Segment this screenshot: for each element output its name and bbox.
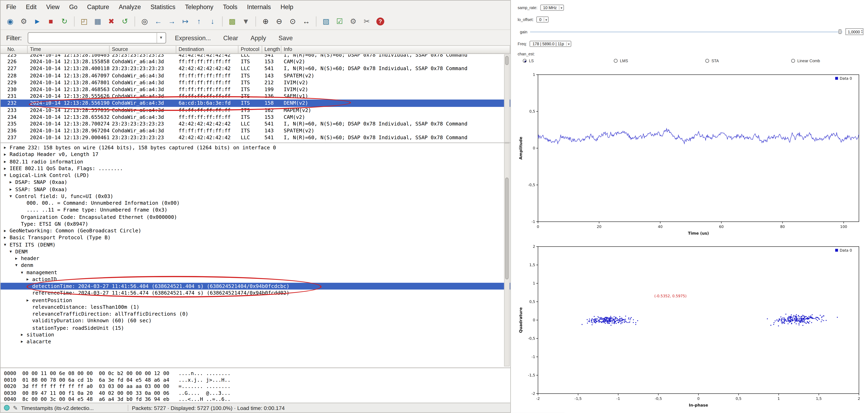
edit-comment-icon[interactable]: ✎: [13, 405, 18, 411]
collapse-icon[interactable]: ▼: [4, 241, 10, 248]
clear-button[interactable]: Clear: [220, 33, 242, 42]
radio-linear-comb[interactable]: Linear Comb: [791, 59, 820, 63]
detail-row[interactable]: stationType: roadSideUnit (15): [1, 324, 510, 331]
column-header-protocol[interactable]: Protocol: [239, 46, 262, 53]
filter-dropdown-icon[interactable]: ▾: [156, 32, 165, 42]
spinner-arrows-icon[interactable]: ▴▾: [861, 30, 862, 34]
interfaces-button[interactable]: ◉: [4, 15, 17, 28]
collapse-icon[interactable]: ▼: [16, 262, 21, 269]
radio-lms[interactable]: LMS: [614, 59, 628, 63]
expand-icon[interactable]: ▶: [16, 255, 21, 262]
lo-offset-select[interactable]: 0 ▾: [536, 17, 549, 23]
reload-capture-button[interactable]: ↺: [119, 15, 131, 28]
menu-view[interactable]: View: [46, 3, 60, 10]
menu-capture[interactable]: Capture: [87, 3, 109, 10]
close-capture-button[interactable]: ✖: [105, 15, 118, 28]
radio-sta[interactable]: STA: [705, 59, 719, 63]
gain-slider[interactable]: [530, 29, 843, 34]
hex-row-0020[interactable]: 0020 3d ff ff ff ff ff ff a0 03 03 00 aa…: [4, 384, 510, 390]
detail-row[interactable]: ▶eventPosition: [1, 297, 510, 303]
detail-row[interactable]: ▼Logical-Link Control (LPD): [1, 172, 510, 179]
help-button[interactable]: ?: [374, 15, 386, 28]
expand-icon[interactable]: ▶: [10, 179, 16, 186]
expand-icon[interactable]: ▶: [4, 234, 10, 241]
detail-row[interactable]: Organization Code: Encapsulated Ethernet…: [1, 213, 510, 220]
packet-row-234[interactable]: 2342024-10-14 12:13:28.655632CohdaWir_a6…: [1, 114, 510, 120]
column-header-destination[interactable]: Destination: [176, 46, 239, 53]
detail-row[interactable]: ▶Basic Transport Protocol (Type B): [1, 234, 510, 241]
expand-icon[interactable]: ▶: [4, 227, 10, 234]
hex-row-0000[interactable]: 0000 00 00 11 00 6e 08 00 00 00 0c b2 00…: [4, 371, 510, 377]
collapse-icon[interactable]: ▼: [21, 269, 27, 276]
menu-file[interactable]: File: [6, 3, 17, 10]
coloring-rules-button[interactable]: ▨: [320, 15, 332, 28]
detail-row[interactable]: ▶SSAP: SNAP (0xaa): [1, 186, 510, 193]
find-packet-button[interactable]: ◎: [138, 15, 151, 28]
expand-icon[interactable]: ▶: [27, 297, 32, 303]
capture-options-button[interactable]: ⚙: [18, 15, 30, 28]
hex-row-0030[interactable]: 0030 00 89 47 11 00 f1 0a 20 40 02 00 00…: [4, 390, 510, 396]
details-scrollbar[interactable]: [504, 143, 510, 366]
collapse-icon[interactable]: ▼: [10, 193, 16, 200]
detail-row[interactable]: ▶situation: [1, 331, 510, 338]
packet-row-230[interactable]: 2302024-10-14 12:13:28.468563CohdaWir_a6…: [1, 86, 510, 93]
expand-icon[interactable]: ▶: [4, 151, 10, 158]
freq-select[interactable]: 178 | 5890.0 | 11p ▾: [530, 41, 571, 47]
expert-info-icon[interactable]: [4, 405, 10, 411]
go-last-button[interactable]: ↓: [206, 15, 219, 28]
collapse-icon[interactable]: ▼: [10, 248, 16, 255]
column-header-info[interactable]: Info: [281, 46, 510, 53]
detail-row[interactable]: ▶DSAP: SNAP (0xaa): [1, 179, 510, 186]
zoom-out-button[interactable]: ⊖: [273, 15, 285, 28]
detail-row[interactable]: ▶Frame 232: 158 bytes on wire (1264 bits…: [1, 144, 510, 151]
gain-value-box[interactable]: 1,0000 ▴▾: [845, 28, 864, 35]
detail-row[interactable]: ▶802.11 radio information: [1, 158, 510, 165]
packet-row-231[interactable]: 2312024-10-14 12:13:28.555626CohdaWir_a6…: [1, 93, 510, 99]
menu-internals[interactable]: Internals: [247, 3, 271, 10]
column-header-length[interactable]: Length: [262, 46, 281, 53]
packet-row-235[interactable]: 2352024-10-14 12:13:28.70027423:23:23:23…: [1, 120, 510, 127]
detail-row[interactable]: referenceTime: 2024-03-27 11:41:56.474 (…: [1, 290, 510, 297]
detail-row[interactable]: ▶Radiotap Header v0, Length 17: [1, 151, 510, 158]
expand-icon[interactable]: ▶: [21, 331, 27, 338]
menu-telephony[interactable]: Telephony: [185, 3, 213, 10]
detail-row[interactable]: .... ..11 = Frame type: Unnumbered frame…: [1, 206, 510, 213]
detail-row[interactable]: ▶IEEE 802.11 QoS Data, Flags: ........: [1, 165, 510, 172]
scrollbar-thumb[interactable]: [505, 178, 508, 279]
samp-rate-select[interactable]: 10 MHz ▾: [540, 4, 564, 11]
expression-button[interactable]: Expression...: [172, 33, 214, 42]
menu-go[interactable]: Go: [69, 3, 77, 10]
column-header-time[interactable]: Time: [28, 46, 110, 53]
expand-icon[interactable]: ▶: [21, 338, 27, 345]
detail-row[interactable]: ▶actionID: [1, 276, 510, 283]
colorize-button[interactable]: ▩: [226, 15, 239, 28]
detail-row[interactable]: ▼DENM: [1, 248, 510, 255]
filter-input[interactable]: [28, 33, 156, 42]
packet-row-233[interactable]: 2332024-10-14 12:13:28.557035CohdaWir_a6…: [1, 107, 510, 114]
resize-columns-button[interactable]: ↔: [300, 15, 313, 28]
packet-row-229[interactable]: 2292024-10-14 12:13:28.467801CohdaWir_a6…: [1, 79, 510, 86]
preferences-button[interactable]: ⚙: [347, 15, 360, 28]
detail-row[interactable]: ▶header: [1, 255, 510, 262]
detail-row[interactable]: validityDuration: Unknown (60) (60 sec): [1, 318, 510, 324]
save-button[interactable]: Save: [275, 33, 296, 42]
expand-icon[interactable]: ▶: [4, 144, 10, 151]
capture-filters-button[interactable]: ☑: [333, 15, 346, 28]
detail-row[interactable]: ▶alacarte: [1, 338, 510, 345]
constellation-canvas[interactable]: [518, 241, 866, 411]
save-capture-button[interactable]: ▦: [91, 15, 104, 28]
packet-row-237[interactable]: 2372024-10-14 12:13:29.00046123:23:23:23…: [1, 134, 510, 141]
auto-scroll-button[interactable]: ▼: [240, 15, 252, 28]
column-header-source[interactable]: Source: [110, 46, 176, 53]
menu-tools[interactable]: Tools: [223, 3, 238, 10]
packet-row-227[interactable]: 2272024-10-14 12:13:28.40011823:23:23:23…: [1, 65, 510, 72]
expand-icon[interactable]: ▶: [10, 186, 16, 193]
detail-row[interactable]: relevanceDistance: lessThan100m (1): [1, 303, 510, 311]
column-header-no[interactable]: No.: [1, 46, 28, 53]
hex-row-0040[interactable]: 0040 8c 00 00 3c 00 04 e5 48 a6 a4 3d b0…: [4, 396, 510, 403]
time-plot-canvas[interactable]: [518, 69, 866, 239]
detail-row[interactable]: ▶GeoNetworking: Common (GeoBroadcast Cir…: [1, 227, 510, 234]
packet-row-226[interactable]: 2262024-10-14 12:13:28.155858CohdaWir_a6…: [1, 58, 510, 65]
zoom-in-button[interactable]: ⊕: [259, 15, 272, 28]
scrollbar-thumb[interactable]: [505, 56, 508, 65]
